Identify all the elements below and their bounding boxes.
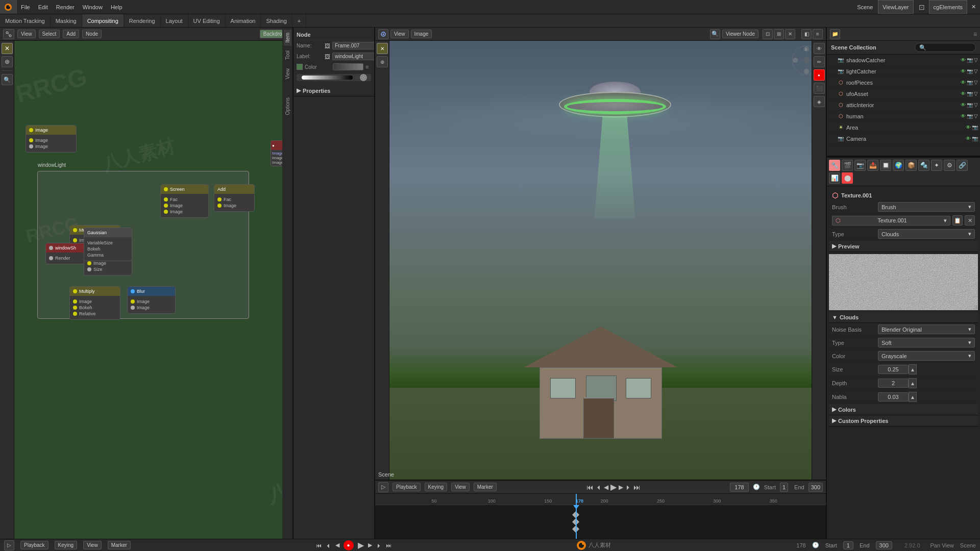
status-record-btn[interactable]: ● <box>344 540 354 550</box>
timeline-type-icon[interactable]: ▷ <box>378 482 388 492</box>
status-end-val[interactable]: 300 <box>876 541 892 549</box>
roof-extra-icon[interactable]: ▽ <box>974 80 978 85</box>
view-btn-timeline[interactable]: View <box>451 483 470 491</box>
vp-rt-btn-1[interactable]: 👁 <box>814 43 825 54</box>
skip-to-start-btn[interactable]: ⏮ <box>586 483 594 491</box>
status-marker-btn[interactable]: Marker <box>108 541 131 549</box>
rp-type-icon[interactable]: 📁 <box>830 29 840 39</box>
attic-extra-icon[interactable]: ▽ <box>974 102 978 108</box>
particle-icon[interactable]: ✦ <box>931 160 942 171</box>
prev-keyframe-btn[interactable]: ⏴ <box>596 484 602 491</box>
viewer-node-btn[interactable]: Viewer Node <box>722 30 758 38</box>
ufo-visibility-icon[interactable]: 👁 <box>961 91 966 96</box>
tab-layout[interactable]: Layout <box>161 14 188 27</box>
tab-view[interactable]: View <box>284 65 291 83</box>
next-frame-btn[interactable]: ▶ <box>619 484 623 491</box>
menu-render[interactable]: Render <box>52 0 79 14</box>
vp-close-icon[interactable]: ✕ <box>785 29 795 39</box>
color-enabled-check[interactable] <box>297 64 303 70</box>
status-keying-btn[interactable]: Keying <box>55 541 78 549</box>
attic-visibility-icon[interactable]: 👁 <box>961 102 966 108</box>
vp-rt-btn-5[interactable]: ◈ <box>814 96 825 107</box>
type-dropdown[interactable]: Clouds ▾ <box>878 229 975 239</box>
depth-increase-btn[interactable]: ▲ <box>909 378 917 388</box>
view-btn[interactable]: View <box>17 30 36 38</box>
current-frame-display[interactable]: 178 <box>730 483 748 492</box>
node-name-input[interactable] <box>332 42 374 49</box>
type-soft-dropdown[interactable]: Soft ▾ <box>878 338 975 347</box>
tab-masking[interactable]: Masking <box>51 14 82 27</box>
close-btn[interactable]: ✕ <box>967 0 980 14</box>
end-frame-input[interactable]: 300 <box>808 483 823 492</box>
ufo-extra-icon[interactable]: ▽ <box>974 91 978 96</box>
nabla-input[interactable]: 0.03 <box>878 392 909 402</box>
vp-rt-btn-3[interactable]: ● <box>814 69 825 81</box>
lc-visibility-icon[interactable]: 👁 <box>961 68 966 74</box>
noise-basis-dropdown[interactable]: Blender Original ▾ <box>878 324 975 334</box>
brush-dropdown[interactable]: Brush ▾ <box>878 202 975 212</box>
image-btn[interactable]: Image <box>411 30 432 38</box>
tab-motion-tracking[interactable]: Motion Tracking <box>0 14 51 27</box>
outliner-item-roofpieces[interactable]: ⬡ roofPieces 👁 📷 ▽ <box>827 77 980 88</box>
status-next-key[interactable]: ⏵ <box>376 542 382 548</box>
lc-extra-icon[interactable]: ▽ <box>974 68 978 74</box>
menu-edit[interactable]: Edit <box>34 0 52 14</box>
vp-cursor-btn[interactable]: ⊕ <box>377 56 388 67</box>
start-frame-input[interactable]: 1 <box>780 483 788 492</box>
outliner-search[interactable] <box>915 43 976 52</box>
status-playback-btn[interactable]: Playback <box>20 541 48 549</box>
active-tool-icon[interactable]: 🔧 <box>829 160 840 171</box>
view-layer-selector[interactable]: ViewLayer <box>878 0 913 14</box>
item-visibility-icon[interactable]: 👁 <box>961 57 966 63</box>
tab-compositing[interactable]: Compositing <box>82 14 124 27</box>
node-image-1[interactable]: Image Image Image <box>26 125 77 153</box>
data-icon[interactable]: 📊 <box>829 172 840 184</box>
output-props-icon[interactable]: 📤 <box>867 160 878 171</box>
modifier-icon[interactable]: 🔩 <box>918 160 929 171</box>
tab-options[interactable]: Options <box>284 94 291 118</box>
status-prev-key[interactable]: ⏴ <box>326 542 331 548</box>
tab-rendering[interactable]: Rendering <box>124 14 161 27</box>
outliner-item-ufoasset[interactable]: ⬡ ufoAsset 👁 📷 ▽ <box>827 88 980 99</box>
roof-visibility-icon[interactable]: 👁 <box>961 80 966 85</box>
roof-render-icon[interactable]: 📷 <box>967 80 973 85</box>
size-input[interactable]: 0.25 <box>878 365 909 374</box>
next-keyframe-btn[interactable]: ⏵ <box>625 484 631 491</box>
colors-section-header[interactable]: ▶ Colors <box>829 404 978 415</box>
node-blur-2[interactable]: Blur Image Image <box>127 286 176 314</box>
object-props-icon[interactable]: 📦 <box>905 160 917 171</box>
texture-new-btn[interactable]: 📋 <box>952 215 963 226</box>
color-picker-bar[interactable] <box>297 74 371 81</box>
constraints-icon[interactable]: 🔗 <box>957 160 968 171</box>
timeline-content[interactable]: 50 100 150 178 200 250 300 350 400 <box>375 494 826 545</box>
material-icon[interactable]: ⬤ <box>842 172 853 184</box>
marker-btn[interactable]: Marker <box>474 483 497 491</box>
status-start-val[interactable]: 1 <box>843 541 853 549</box>
node-gaussian-1[interactable]: Gaussian VariableSize Bokeh Gamma <box>84 228 132 261</box>
custom-properties-section-header[interactable]: ▶ Custom Properties <box>829 415 978 427</box>
zoom-tool-btn[interactable]: 🔍 <box>2 74 13 85</box>
add-btn[interactable]: Add <box>63 30 79 38</box>
area-visibility-icon[interactable]: 👁 <box>966 124 971 130</box>
status-play-btn[interactable]: ▶ <box>358 540 364 550</box>
outliner-item-shadowcatcher[interactable]: 📷 shadowCatcher 👁 📷 ▽ <box>827 55 980 66</box>
editor-type-btn[interactable] <box>3 29 14 39</box>
viewport-type-icon[interactable] <box>378 29 388 39</box>
tab-shading[interactable]: Shading <box>261 14 292 27</box>
outliner-item-atticinterior[interactable]: ⬡ atticInterior 👁 📷 ▽ <box>827 99 980 111</box>
cursor-tool-btn[interactable]: ⊕ <box>2 56 13 67</box>
scene-props-icon[interactable]: 🎬 <box>842 160 853 171</box>
node-btn[interactable]: Node <box>82 30 102 38</box>
select-btn[interactable]: Select <box>39 30 60 38</box>
render-props-icon[interactable]: 📷 <box>854 160 866 171</box>
human-extra-icon[interactable]: ▽ <box>974 113 978 119</box>
human-render-icon[interactable]: 📷 <box>967 113 973 119</box>
keying-btn[interactable]: Keying <box>425 483 448 491</box>
skip-to-end-btn[interactable]: ⏭ <box>633 483 641 491</box>
window-controls[interactable]: ⊡ <box>915 0 929 14</box>
select-tool-btn[interactable]: ✕ <box>2 43 13 54</box>
node-screen-1[interactable]: Screen Fac Image Image <box>160 184 209 218</box>
preview-resize-handle[interactable] <box>973 305 977 309</box>
editor-type-icon-status[interactable]: ▷ <box>4 540 14 550</box>
color-options-btn[interactable]: ≡ <box>365 64 369 70</box>
